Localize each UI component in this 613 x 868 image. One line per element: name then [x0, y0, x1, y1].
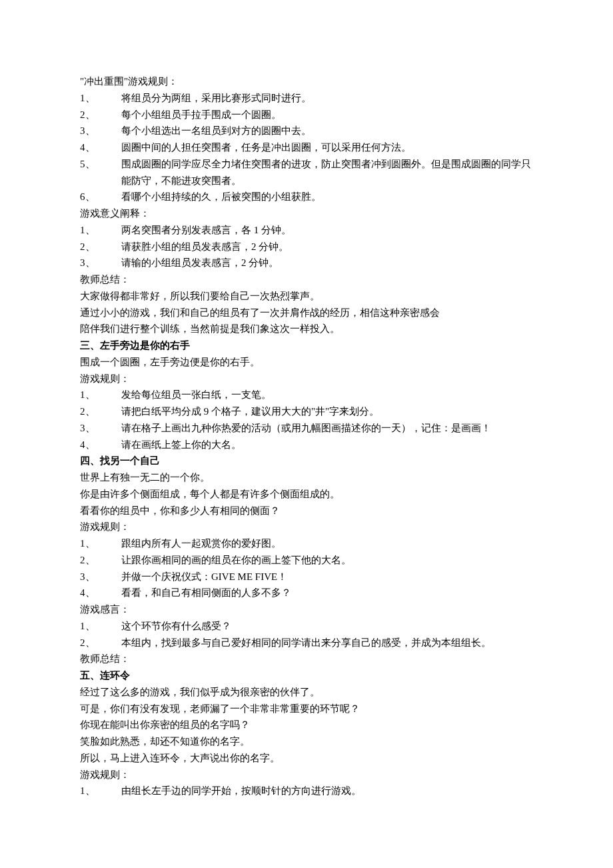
list-number: 2、 [80, 635, 121, 651]
list-text: 围成圆圈的同学应尽全力堵住突围者的进攻，防止突围者冲到圆圈外。但是围成圆圈的同学… [121, 156, 533, 189]
section-title: "冲出重围"游戏规则： [80, 73, 533, 90]
list-text: 这个环节你有什么感受？ [121, 618, 533, 635]
paragraph: 你是由许多个侧面组成，每个人都是有许多个侧面组成的。 [80, 486, 533, 503]
document-page: "冲出重围"游戏规则： 1、将组员分为两组，采用比赛形式同时进行。 2、每个小组… [0, 0, 613, 839]
section-title: 游戏规则： [80, 519, 533, 535]
list-item: 1、将组员分为两组，采用比赛形式同时进行。 [80, 90, 533, 107]
list-item: 1、发给每位组员一张白纸，一支笔。 [80, 387, 533, 403]
list-item: 4、圆圈中间的人担任突围者，任务是冲出圆圈，可以采用任何方法。 [80, 139, 533, 156]
list-text: 跟组内所有人一起观赏你的爱好图。 [121, 535, 533, 552]
section-heading: 三、左手旁边是你的右手 [80, 337, 533, 354]
paragraph: 笑脸如此熟悉，却还不知道你的名字。 [80, 733, 533, 750]
list-number: 2、 [80, 239, 121, 255]
list-item: 3、并做一个庆祝仪式：GIVE ME FIVE！ [80, 569, 533, 585]
list-text: 请把白纸平均分成 9 个格子，建议用大大的"井"字来划分。 [121, 403, 533, 420]
paragraph: 所以，马上进入连环令，大声说出你的名字。 [80, 750, 533, 767]
list-number: 2、 [80, 107, 121, 123]
list-number: 1、 [80, 90, 121, 107]
section-title: 教师总结： [80, 651, 533, 667]
list-text: 让跟你画相同的画的组员在你的画上签下他的大名。 [121, 552, 533, 569]
list-number: 1、 [80, 387, 121, 403]
list-number: 2、 [80, 552, 121, 569]
paragraph: 经过了这么多的游戏，我们似乎成为很亲密的伙伴了。 [80, 684, 533, 701]
paragraph: 围成一个圆圈，左手旁边便是你的右手。 [80, 354, 533, 371]
list-item: 2、让跟你画相同的画的组员在你的画上签下他的大名。 [80, 552, 533, 569]
list-text: 请在画纸上签上你的大名。 [121, 437, 533, 453]
list-text: 并做一个庆祝仪式：GIVE ME FIVE！ [121, 569, 533, 585]
list-number: 3、 [80, 420, 121, 437]
list-text: 圆圈中间的人担任突围者，任务是冲出圆圈，可以采用任何方法。 [121, 139, 533, 156]
list-number: 3、 [80, 255, 121, 271]
list-item: 1、跟组内所有人一起观赏你的爱好图。 [80, 535, 533, 552]
paragraph: 世界上有独一无二的一个你。 [80, 469, 533, 486]
list-number: 1、 [80, 618, 121, 635]
list-item: 2、本组内，找到最多与自己爱好相同的同学请出来分享自己的感受，并成为本组组长。 [80, 635, 533, 651]
list-item: 2、请把白纸平均分成 9 个格子，建议用大大的"井"字来划分。 [80, 403, 533, 420]
list-item: 2、每个小组组员手拉手围成一个圆圈。 [80, 107, 533, 123]
paragraph: 通过小小的游戏，我们和自己的组员有了一次并肩作战的经历，相信这种亲密感会 [80, 305, 533, 321]
paragraph: 你现在能叫出你亲密的组员的名字吗？ [80, 717, 533, 733]
paragraph: 大家做得都非常好，所以我们要给自己一次热烈掌声。 [80, 288, 533, 305]
paragraph: 看看你的组员中，你和多少人有相同的侧面？ [80, 503, 533, 519]
list-item: 3、每个小组选出一名组员到对方的圆圈中去。 [80, 123, 533, 139]
list-item: 4、请在画纸上签上你的大名。 [80, 437, 533, 453]
list-item: 6、看哪个小组持续的久，后被突围的小组获胜。 [80, 189, 533, 205]
list-text: 请获胜小组的组员发表感言，2 分钟。 [121, 239, 533, 255]
list-text: 发给每位组员一张白纸，一支笔。 [121, 387, 533, 403]
paragraph: 可是，你们有没有发现，老师漏了一个非常非常重要的环节呢？ [80, 701, 533, 717]
list-text: 本组内，找到最多与自己爱好相同的同学请出来分享自己的感受，并成为本组组长。 [121, 635, 533, 651]
list-text: 请在格子上画出九种你热爱的活动（或用九幅图画描述你的一天），记住：是画画！ [121, 420, 533, 437]
list-item: 1、这个环节你有什么感受？ [80, 618, 533, 635]
list-number: 3、 [80, 569, 121, 585]
list-item: 1、两名突围者分别发表感言，各 1 分钟。 [80, 222, 533, 239]
list-text: 两名突围者分别发表感言，各 1 分钟。 [121, 222, 533, 239]
list-number: 1、 [80, 222, 121, 239]
list-item: 3、请在格子上画出九种你热爱的活动（或用九幅图画描述你的一天），记住：是画画！ [80, 420, 533, 437]
list-text: 看看，和自己有相同侧面的人多不多？ [121, 585, 533, 601]
section-heading: 五、连环令 [80, 667, 533, 684]
list-number: 1、 [80, 535, 121, 552]
section-title: 游戏感言： [80, 601, 533, 618]
list-item: 3、请输的小组组员发表感言，2 分钟。 [80, 255, 533, 271]
list-text: 每个小组选出一名组员到对方的圆圈中去。 [121, 123, 533, 139]
section-heading: 四、找另一个自己 [80, 453, 533, 469]
section-title: 游戏意义阐释： [80, 205, 533, 222]
paragraph: 陪伴我们进行整个训练，当然前提是我们象这次一样投入。 [80, 321, 533, 337]
list-text: 每个小组组员手拉手围成一个圆圈。 [121, 107, 533, 123]
list-item: 4、看看，和自己有相同侧面的人多不多？ [80, 585, 533, 601]
list-number: 4、 [80, 585, 121, 601]
list-number: 3、 [80, 123, 121, 139]
list-text: 请输的小组组员发表感言，2 分钟。 [121, 255, 533, 271]
list-text: 将组员分为两组，采用比赛形式同时进行。 [121, 90, 533, 107]
section-title: 教师总结： [80, 271, 533, 288]
list-number: 5、 [80, 156, 121, 189]
section-title: 游戏规则： [80, 767, 533, 783]
list-item: 1、由组长左手边的同学开始，按顺时针的方向进行游戏。 [80, 783, 533, 799]
section-title: 游戏规则： [80, 371, 533, 387]
list-number: 4、 [80, 437, 121, 453]
list-text: 由组长左手边的同学开始，按顺时针的方向进行游戏。 [121, 783, 533, 799]
list-item: 2、请获胜小组的组员发表感言，2 分钟。 [80, 239, 533, 255]
list-number: 1、 [80, 783, 121, 799]
list-item: 5、围成圆圈的同学应尽全力堵住突围者的进攻，防止突围者冲到圆圈外。但是围成圆圈的… [80, 156, 533, 189]
list-number: 6、 [80, 189, 121, 205]
list-number: 4、 [80, 139, 121, 156]
list-number: 2、 [80, 403, 121, 420]
list-text: 看哪个小组持续的久，后被突围的小组获胜。 [121, 189, 533, 205]
